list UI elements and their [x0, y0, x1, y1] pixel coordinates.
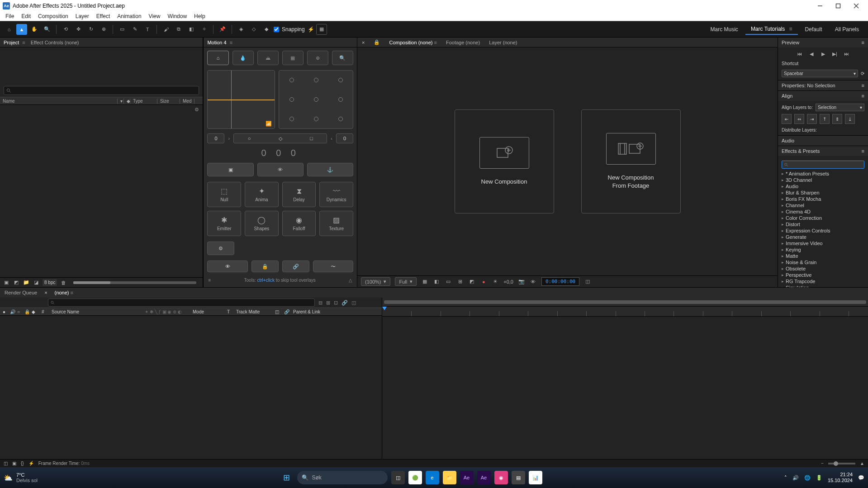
tl-col-audio[interactable]: 🔊 — [10, 309, 14, 314]
m4-tab-grid[interactable]: ▦ — [282, 51, 304, 65]
trash-icon[interactable]: 🗑 — [60, 279, 67, 286]
comp-tab-lock-icon[interactable]: 🔒 — [374, 39, 380, 45]
col-type[interactable]: Type — [130, 99, 157, 104]
properties-menu-icon[interactable]: ≡ — [862, 83, 864, 88]
minimize-button[interactable] — [811, 0, 829, 11]
home-button[interactable]: ⌂ — [4, 24, 14, 35]
rotate-tool[interactable]: ↻ — [85, 24, 96, 35]
guides-icon[interactable]: ⊞ — [456, 278, 464, 285]
m4-value-right[interactable]: 0 — [336, 133, 353, 143]
m4-kf-set[interactable]: ◇ — [279, 136, 282, 142]
tab-footage[interactable]: Footage (none) — [446, 38, 480, 47]
workspace-all-panels[interactable]: All Panels — [830, 24, 864, 34]
close-button[interactable] — [847, 0, 865, 11]
align-top[interactable]: ⤒ — [820, 114, 830, 124]
zoom-slider[interactable] — [828, 463, 855, 464]
taskbar-chrome[interactable]: 🟢 — [408, 471, 422, 484]
project-search[interactable] — [4, 86, 199, 95]
menu-view[interactable]: View — [145, 12, 164, 20]
taskbar-app1[interactable]: ◉ — [494, 471, 508, 484]
tool-opt-3[interactable]: ◆ — [261, 24, 272, 35]
anchor-mc[interactable] — [314, 97, 318, 102]
preview-menu-icon[interactable]: ≡ — [862, 40, 864, 45]
status-icon-4[interactable]: ⚡ — [28, 461, 34, 466]
m4-extra-tool[interactable]: ⚙ — [207, 242, 234, 255]
project-body[interactable]: ⚙ — [0, 105, 203, 277]
snapping-checkbox[interactable] — [274, 27, 279, 32]
m4-tool-falloff[interactable]: ◉Falloff — [282, 211, 316, 236]
tab-render-queue[interactable]: Render Queue — [5, 290, 37, 295]
tl-tab-close[interactable]: × — [44, 290, 47, 295]
m4-btn-anchor[interactable]: ⚓ — [307, 163, 353, 176]
menu-effect[interactable]: Effect — [93, 12, 114, 20]
effects-search[interactable] — [782, 161, 864, 169]
new-adj-icon[interactable]: ◪ — [33, 279, 40, 286]
new-folder-icon[interactable]: 📁 — [23, 279, 30, 286]
m4-value-left[interactable]: 0 — [207, 133, 224, 143]
taskbar-weather[interactable]: ⛅ 7°CDelvis sol — [4, 472, 38, 483]
align-hcenter[interactable]: ⇔ — [794, 114, 804, 124]
m4-kf-next[interactable]: □ — [310, 136, 313, 141]
taskbar-explorer[interactable]: 📁 — [443, 471, 456, 484]
play-button[interactable]: ▶ — [820, 50, 827, 57]
col-size[interactable]: Size — [157, 99, 180, 104]
interpret-icon[interactable]: ⚙ — [194, 107, 199, 113]
anchor-tl[interactable] — [289, 78, 294, 82]
taskbar-search[interactable]: 🔍 Søk — [297, 471, 388, 484]
tl-icon-2[interactable]: ⊞ — [326, 300, 330, 306]
tab-timeline-none[interactable]: (none) ≡ — [55, 290, 73, 295]
comp-tab-close[interactable]: × — [362, 40, 365, 45]
new-bin-icon[interactable]: ▣ — [3, 279, 10, 286]
effects-category[interactable]: Obsolete — [782, 265, 864, 272]
m4-tool-null[interactable]: ⬚Null — [207, 182, 241, 207]
tl-col-source[interactable]: Source Name — [52, 309, 142, 314]
workspace-default[interactable]: Default — [800, 24, 828, 34]
workspace-marc-tutorials[interactable]: Marc Tutorials ≡ — [745, 24, 798, 35]
col-name[interactable]: Name — [0, 99, 118, 104]
tl-col-mode[interactable]: Mode — [193, 309, 224, 314]
anchor-tool[interactable]: ⊕ — [98, 24, 109, 35]
effects-category[interactable]: * Animation Presets — [782, 171, 864, 177]
align-vcenter[interactable]: ⇕ — [832, 114, 842, 124]
m4-tab-water[interactable]: 💧 — [232, 51, 254, 65]
align-target-select[interactable]: Selection▾ — [816, 104, 864, 111]
timeline-layers-area[interactable] — [0, 316, 382, 459]
timeline-ruler[interactable] — [382, 307, 868, 317]
tl-col-num[interactable]: # — [42, 309, 49, 314]
m4-link[interactable]: 🔗 — [282, 261, 309, 272]
task-view[interactable]: ◫ — [391, 471, 405, 484]
taskbar-edge[interactable]: e — [426, 471, 439, 484]
prev-frame-button[interactable]: ◀ — [808, 50, 815, 57]
menu-composition[interactable]: Composition — [34, 12, 72, 20]
mask-icon[interactable]: ◧ — [433, 278, 440, 285]
orbit-tool[interactable]: ⟲ — [60, 24, 71, 35]
col-sort-icon[interactable]: ▾ — [118, 99, 124, 104]
snapping-toggle[interactable]: Snapping ⚡ — [274, 26, 314, 33]
effects-category[interactable]: Blur & Sharpen — [782, 190, 864, 196]
exposure-value[interactable]: +0,0 — [503, 279, 513, 284]
m4-lock[interactable]: 🔒 — [251, 261, 279, 272]
m4-tool-anima[interactable]: ✦Anima — [245, 182, 279, 207]
m4-tab-home[interactable]: ⌂ — [207, 51, 228, 65]
tl-icon-4[interactable]: 🔗 — [342, 300, 348, 306]
tray-notifications-icon[interactable]: 💬 — [858, 475, 864, 481]
puppet-tool[interactable]: 📌 — [217, 24, 228, 35]
brush-tool[interactable]: 🖌 — [161, 24, 171, 35]
snapshot-icon[interactable]: 📷 — [518, 278, 525, 285]
type-tool[interactable]: T — [142, 24, 153, 35]
taskbar-app3[interactable]: 📊 — [529, 471, 542, 484]
grid-toggle[interactable]: ▦ — [316, 24, 327, 35]
m4-warning-icon[interactable]: △ — [349, 278, 352, 283]
m4-visibility[interactable]: 👁 — [207, 261, 247, 272]
status-icon-3[interactable]: {} — [21, 461, 24, 466]
effects-category[interactable]: Keying — [782, 246, 864, 253]
effects-category[interactable]: Expression Controls — [782, 227, 864, 234]
anchor-br[interactable] — [338, 117, 343, 121]
align-menu-icon[interactable]: ≡ — [862, 93, 864, 99]
m4-tool-dynamics[interactable]: 〰Dynamics — [319, 182, 353, 207]
first-frame-button[interactable]: ⏮ — [796, 50, 803, 57]
menu-layer[interactable]: Layer — [72, 12, 93, 20]
tab-layer[interactable]: Layer (none) — [489, 38, 517, 47]
shortcut-cycle-icon[interactable]: ⟳ — [861, 71, 864, 76]
m4-anchor-grid[interactable] — [279, 70, 353, 129]
